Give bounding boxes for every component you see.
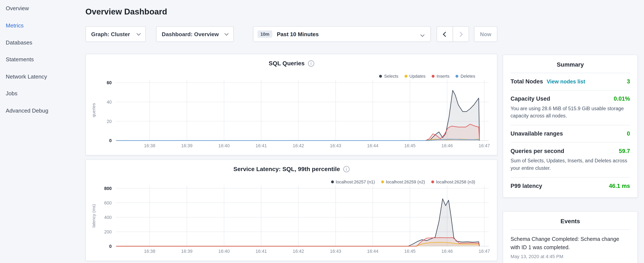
sidebar-item-network-latency[interactable]: Network Latency — [0, 68, 82, 85]
legend-dot — [381, 180, 384, 183]
summary-label: Capacity Used — [510, 95, 550, 102]
page-title: Overview Dashboard — [86, 6, 498, 17]
dashboard-dropdown[interactable]: Dashboard: Overview — [156, 26, 234, 42]
chevron-down-icon — [420, 33, 424, 37]
time-back-button[interactable] — [436, 26, 453, 42]
svg-text:16:41: 16:41 — [256, 143, 267, 148]
svg-text:16:39: 16:39 — [181, 143, 192, 148]
svg-text:20: 20 — [107, 119, 112, 124]
sidebar-item-jobs[interactable]: Jobs — [0, 85, 82, 102]
summary-row-p99-latency: P99 latency 46.1 ms — [510, 178, 630, 194]
svg-text:16:39: 16:39 — [181, 249, 192, 254]
legend-dot — [432, 75, 434, 78]
svg-text:60: 60 — [107, 80, 112, 85]
summary-description: Sum of Selects, Updates, Inserts, and De… — [510, 157, 630, 172]
right-sidebar: Summary Total Nodes View nodes list 3 Ca… — [502, 55, 638, 263]
summary-value: 46.1 ms — [609, 183, 630, 189]
sidebar-item-overview[interactable]: Overview — [0, 0, 82, 17]
svg-text:16:46: 16:46 — [442, 249, 453, 254]
time-nav-group — [436, 26, 469, 42]
sidebar-item-advanced-debug[interactable]: Advanced Debug — [0, 102, 82, 119]
controls-bar: Graph: Cluster Dashboard: Overview 10m P… — [86, 26, 498, 42]
view-nodes-list-link[interactable]: View nodes list — [546, 79, 585, 85]
chart-title: SQL Queries — [269, 60, 305, 67]
svg-text:200: 200 — [104, 229, 112, 234]
summary-row-unavailable-ranges: Unavailable ranges 0 — [510, 125, 630, 143]
summary-value: 0 — [627, 130, 630, 137]
service-latency-chart: 16:3816:3916:4016:4116:4216:4316:4416:45… — [87, 183, 494, 256]
svg-text:16:45: 16:45 — [404, 249, 416, 254]
summary-row-total-nodes: Total Nodes View nodes list 3 — [510, 73, 630, 90]
legend-dot — [331, 180, 334, 183]
summary-panel: Summary Total Nodes View nodes list 3 Ca… — [502, 55, 638, 198]
app: Overview Metrics Databases Statements Ne… — [0, 0, 644, 263]
chart-header: SQL Queries i — [86, 54, 497, 67]
dashboard-dropdown-label: Dashboard: Overview — [162, 31, 219, 37]
time-range-badge: 10m — [258, 31, 272, 38]
svg-text:16:46: 16:46 — [442, 143, 453, 148]
svg-text:16:47: 16:47 — [478, 143, 490, 148]
summary-value: 0.01% — [614, 95, 630, 102]
sidebar-item-statements[interactable]: Statements — [0, 51, 82, 68]
sidebar: Overview Metrics Databases Statements Ne… — [0, 0, 82, 119]
svg-text:16:40: 16:40 — [218, 249, 230, 254]
svg-text:16:42: 16:42 — [293, 143, 304, 148]
event-item: Schema Change Completed: Schema change w… — [510, 230, 630, 259]
legend-dot — [431, 180, 434, 183]
sql-queries-chart: 16:3816:3916:4016:4116:4216:4316:4416:45… — [87, 77, 494, 150]
chevron-down-icon — [224, 31, 228, 35]
chevron-right-icon — [458, 32, 463, 37]
graph-dropdown-label: Graph: Cluster — [91, 31, 130, 37]
svg-text:600: 600 — [104, 200, 112, 205]
svg-text:16:47: 16:47 — [478, 249, 490, 254]
service-latency-panel: Service Latency: SQL, 99th percentile i … — [86, 160, 498, 261]
svg-text:16:42: 16:42 — [293, 249, 304, 254]
svg-text:0: 0 — [109, 244, 112, 249]
summary-label: Unavailable ranges — [510, 130, 563, 137]
summary-row-queries-per-second: Queries per second 59.7 Sum of Selects, … — [510, 143, 630, 177]
summary-value: 59.7 — [619, 148, 630, 154]
sidebar-item-metrics[interactable]: Metrics — [0, 17, 82, 34]
summary-row-capacity-used: Capacity Used 0.01% You are using 28.6 M… — [510, 90, 630, 125]
time-range-label: Past 10 Minutes — [277, 31, 319, 37]
svg-text:400: 400 — [104, 215, 112, 220]
svg-text:0: 0 — [109, 138, 112, 143]
chart-title: Service Latency: SQL, 99th percentile — [234, 166, 340, 172]
info-icon[interactable]: i — [308, 60, 314, 66]
event-timestamp: May 13, 2020 at 4:45 PM — [510, 254, 630, 259]
svg-text:16:45: 16:45 — [404, 143, 416, 148]
info-icon[interactable]: i — [343, 166, 349, 172]
legend-dot — [456, 75, 458, 78]
svg-text:queries: queries — [92, 103, 96, 117]
svg-text:16:43: 16:43 — [330, 249, 341, 254]
events-title: Events — [510, 212, 630, 230]
summary-value: 3 — [627, 78, 630, 85]
graph-dropdown[interactable]: Graph: Cluster — [86, 26, 146, 42]
svg-text:16:38: 16:38 — [144, 249, 155, 254]
summary-label: Total Nodes — [510, 78, 543, 85]
summary-label: P99 latency — [510, 183, 542, 189]
sidebar-item-databases[interactable]: Databases — [0, 34, 82, 51]
sql-queries-panel: SQL Queries i Selects Updates Inserts De… — [86, 54, 498, 155]
now-button[interactable]: Now — [474, 26, 497, 42]
svg-text:16:44: 16:44 — [367, 249, 378, 254]
svg-text:16:38: 16:38 — [144, 143, 155, 148]
svg-text:16:41: 16:41 — [256, 249, 267, 254]
legend-dot — [404, 75, 407, 78]
summary-description: You are using 28.6 MiB of 515.9 GiB usab… — [510, 105, 630, 120]
time-forward-button[interactable] — [453, 26, 469, 42]
time-range-picker[interactable]: 10m Past 10 Minutes — [253, 26, 431, 42]
svg-text:16:43: 16:43 — [330, 143, 341, 148]
event-message: Schema Change Completed: Schema change w… — [510, 230, 630, 252]
main-content: Overview Dashboard Graph: Cluster Dashbo… — [86, 0, 498, 261]
summary-label: Queries per second — [510, 148, 564, 154]
chart-header: Service Latency: SQL, 99th percentile i — [86, 160, 497, 172]
svg-text:latency (ms): latency (ms) — [92, 204, 96, 227]
svg-text:16:40: 16:40 — [218, 143, 230, 148]
svg-text:800: 800 — [104, 186, 112, 191]
summary-title: Summary — [510, 55, 630, 73]
svg-text:16:44: 16:44 — [367, 143, 378, 148]
events-panel: Events Schema Change Completed: Schema c… — [502, 211, 638, 263]
svg-text:40: 40 — [107, 100, 112, 105]
legend-dot — [379, 75, 382, 78]
